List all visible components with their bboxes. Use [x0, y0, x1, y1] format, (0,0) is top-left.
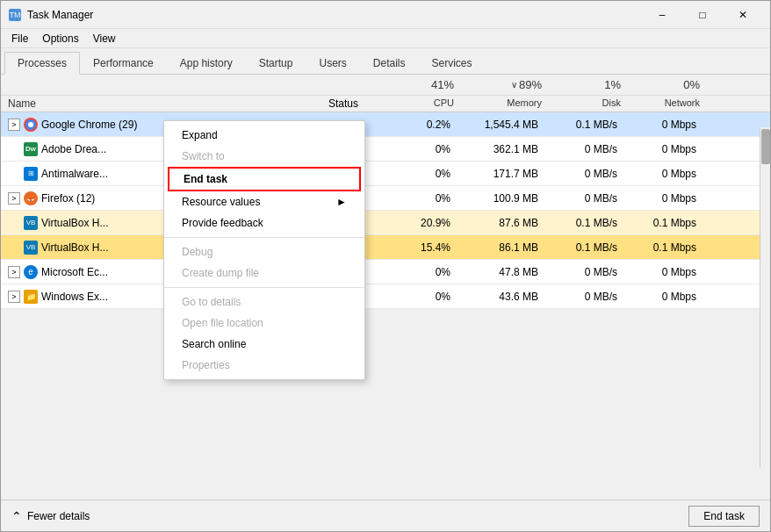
close-button[interactable]: ✕ — [723, 1, 763, 29]
scrollbar[interactable] — [760, 127, 770, 468]
tab-processes[interactable]: Processes — [4, 52, 80, 75]
tab-startup[interactable]: Startup — [246, 52, 306, 74]
stats-row: 41% ∨ 89% 1% 0% — [1, 75, 770, 96]
header-memory[interactable]: Memory — [458, 96, 545, 111]
window-controls: – □ ✕ — [642, 1, 763, 29]
cell-disk: 0 MB/s — [545, 166, 624, 182]
ctx-open-file-location: Open file location — [164, 313, 364, 334]
cpu-stat: 41% — [378, 76, 458, 93]
table-row[interactable]: > e Microsoft Ec... 0% 47.8 MB 0 MB/s 0 … — [1, 260, 770, 284]
ctx-separator1 — [164, 237, 364, 238]
end-task-button[interactable]: End task — [688, 506, 760, 527]
cell-cpu: 15.4% — [378, 240, 458, 255]
fewer-details-button[interactable]: ⌃ Fewer details — [11, 509, 90, 523]
expand-button[interactable]: > — [8, 291, 20, 303]
process-table: > Google Chrome (29) 0.2% 1,545.4 MB 0.1… — [1, 112, 770, 500]
table-row[interactable]: VB VirtualBox H... 20.9% 87.6 MB 0.1 MB/… — [1, 211, 770, 235]
minimize-button[interactable]: – — [642, 1, 682, 29]
cell-cpu: 0% — [378, 264, 458, 280]
column-headers: Name Status CPU Memory Disk Network — [1, 96, 770, 112]
tab-apphistory[interactable]: App history — [167, 52, 246, 74]
cell-disk: 0 MB/s — [545, 191, 624, 206]
cell-memory: 47.8 MB — [458, 264, 545, 280]
expand-button[interactable]: > — [8, 119, 20, 131]
process-name-label: VirtualBox H... — [41, 241, 108, 254]
menu-file[interactable]: File — [4, 31, 35, 47]
process-name-label: VirtualBox H... — [41, 217, 108, 229]
cell-disk: 0 MB/s — [545, 289, 624, 305]
process-name-label: Microsoft Ec... — [41, 266, 108, 278]
tab-users[interactable]: Users — [306, 52, 359, 74]
submenu-arrow-icon: ► — [336, 196, 347, 208]
ctx-go-to-details: Go to details — [164, 291, 364, 313]
explorer-icon: 📁 — [24, 290, 38, 304]
net-stat: 0% — [624, 76, 703, 93]
ctx-switch: Switch to — [164, 146, 364, 167]
cell-network: 0 Mbps — [624, 191, 703, 206]
ctx-search-online[interactable]: Search online — [164, 334, 364, 355]
chevron-up-icon: ⌃ — [11, 509, 22, 523]
header-cpu[interactable]: CPU — [378, 96, 458, 111]
process-name-label: Antimalware... — [41, 168, 108, 180]
expand-button[interactable]: > — [8, 266, 20, 278]
cell-cpu: 0% — [378, 191, 458, 206]
cell-disk: 0 MB/s — [545, 264, 624, 280]
cell-memory: 362.1 MB — [458, 141, 545, 157]
menu-bar: File Options View — [1, 29, 770, 48]
app-icon: TM — [8, 8, 22, 22]
cell-memory: 43.6 MB — [458, 289, 545, 305]
cell-cpu: 20.9% — [378, 215, 458, 231]
cell-disk: 0 MB/s — [545, 141, 624, 157]
ctx-properties: Properties — [164, 355, 364, 376]
header-name[interactable]: Name — [1, 96, 308, 111]
maximize-button[interactable]: □ — [682, 1, 723, 29]
cell-memory: 171.7 MB — [458, 166, 545, 182]
cell-network: 0 Mbps — [624, 289, 703, 305]
mem-stat: ∨ 89% — [458, 76, 545, 93]
process-name-label: Google Chrome (29) — [41, 119, 137, 131]
header-disk[interactable]: Disk — [545, 96, 624, 111]
ctx-expand[interactable]: Expand — [164, 125, 364, 146]
context-menu: Expand Switch to End task Resource value… — [163, 120, 365, 380]
cell-network: 0 Mbps — [624, 166, 703, 182]
table-row[interactable]: ⊞ Antimalware... 0% 171.7 MB 0 MB/s 0 Mb… — [1, 162, 770, 186]
chrome-icon — [24, 118, 38, 132]
ctx-resource-values[interactable]: Resource values ► — [164, 191, 364, 212]
cell-cpu: 0% — [378, 166, 458, 182]
cell-network: 0 Mbps — [624, 117, 703, 133]
firefox-icon: 🦊 — [24, 191, 38, 205]
table-row[interactable]: > Google Chrome (29) 0.2% 1,545.4 MB 0.1… — [1, 112, 770, 137]
cell-network: 0 Mbps — [624, 264, 703, 280]
process-name-label: Adobe Drea... — [41, 143, 106, 155]
table-row[interactable]: > 🦊 Firefox (12) 0% 100.9 MB 0 MB/s 0 Mb… — [1, 186, 770, 211]
virtualbox-icon: VB — [24, 216, 38, 230]
ctx-provide-feedback[interactable]: Provide feedback — [164, 212, 364, 234]
process-name-label: Firefox (12) — [41, 192, 95, 205]
ctx-create-dump: Create dump file — [164, 262, 364, 284]
cell-memory: 86.1 MB — [458, 240, 545, 255]
cell-network: 0 Mbps — [624, 141, 703, 157]
menu-view[interactable]: View — [86, 31, 123, 47]
table-row[interactable]: > 📁 Windows Ex... 0% 43.6 MB 0 MB/s 0 Mb… — [1, 284, 770, 309]
tab-details[interactable]: Details — [360, 52, 419, 74]
cell-disk: 0.1 MB/s — [545, 117, 624, 133]
disk-stat: 1% — [545, 76, 624, 93]
table-row[interactable]: VB VirtualBox H... 15.4% 86.1 MB 0.1 MB/… — [1, 235, 770, 260]
menu-options[interactable]: Options — [35, 31, 85, 47]
tab-services[interactable]: Services — [419, 52, 486, 74]
msedge-icon: e — [24, 265, 38, 279]
header-status[interactable]: Status — [308, 96, 378, 111]
svg-text:TM: TM — [10, 11, 21, 19]
ctx-end-task[interactable]: End task — [168, 167, 361, 191]
tab-performance[interactable]: Performance — [80, 52, 167, 74]
cell-network: 0.1 Mbps — [624, 215, 703, 231]
cell-network: 0.1 Mbps — [624, 240, 703, 255]
process-name-label: Windows Ex... — [41, 291, 108, 303]
header-network[interactable]: Network — [624, 96, 703, 111]
table-row[interactable]: Dw Adobe Drea... 0% 362.1 MB 0 MB/s 0 Mb… — [1, 137, 770, 162]
expand-button[interactable]: > — [8, 192, 20, 205]
cell-cpu: 0% — [378, 289, 458, 305]
footer: ⌃ Fewer details End task — [1, 500, 770, 531]
title-bar: TM Task Manager – □ ✕ — [1, 1, 770, 29]
cell-memory: 100.9 MB — [458, 191, 545, 206]
